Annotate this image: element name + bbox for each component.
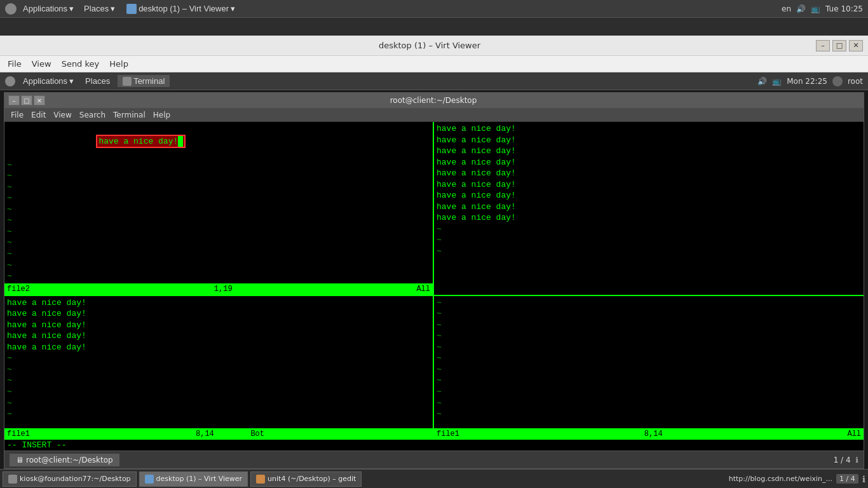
terminal-terminal-menu[interactable]: Terminal xyxy=(109,110,149,120)
terminal-help-menu[interactable]: Help xyxy=(149,110,174,120)
vim-tilde-line: ~ xyxy=(437,308,861,320)
vim-line: have a nice day! xyxy=(437,190,861,201)
host-bottom-url: http://blog.csdn.net/weixin_... xyxy=(729,475,832,483)
terminal-pager-label: 1 / 4 xyxy=(834,456,851,464)
guest-applications-menu[interactable]: Applications ▾ xyxy=(19,75,78,87)
vim-left-top-pane: have a nice day! ~ ~ ~ ~ ~ ~ ~ ~ ~ xyxy=(4,122,434,295)
vim-line: have a nice day! xyxy=(437,201,861,213)
terminal-minimize-btn[interactable]: – xyxy=(8,95,20,105)
guest-volume-icon[interactable]: 🔊 xyxy=(757,77,767,86)
host-taskbar-item1[interactable]: kiosk@foundation77:~/Desktop xyxy=(3,471,137,487)
vim-tilde-line: ~ xyxy=(437,297,861,309)
vim-tilde-line: ~ xyxy=(437,386,861,398)
vim-insert-mode-line: -- INSERT -- xyxy=(4,440,864,451)
vim-tilde-line: ~ xyxy=(7,170,430,182)
virt-sendkey-menu[interactable]: Send key xyxy=(57,58,105,70)
terminal-container: – □ ✕ root@client:~/Desktop File Edit Vi… xyxy=(4,92,864,469)
host-item1-icon xyxy=(8,475,17,484)
vim-left-bottom-pane: have a nice day! have a nice day! have a… xyxy=(4,296,434,440)
guest-network-icon[interactable]: 📺 xyxy=(772,77,782,86)
vim-tilde-line: ~ xyxy=(437,320,861,331)
host-active-window-label: desktop (1) – Virt Viewer xyxy=(139,4,229,13)
vim-line: have a nice day! xyxy=(437,168,861,179)
vim-tilde-line: ~ xyxy=(7,353,430,364)
vim-tilde-line: ~ xyxy=(7,260,430,271)
terminal-view-menu[interactable]: View xyxy=(50,110,75,120)
guest-apps-label: Applications xyxy=(23,76,67,86)
vim-right-top-pane: have a nice day! have a nice day! have a… xyxy=(434,122,864,295)
vim-file2-pos: 1,19 xyxy=(214,285,233,294)
virt-viewer-title: desktop (1) – Virt Viewer xyxy=(43,41,816,50)
guest-root-icon xyxy=(832,76,843,86)
virt-viewer-titlebar: desktop (1) – Virt Viewer – □ ✕ xyxy=(0,36,868,56)
host-applications-menu[interactable]: Applications ▾ xyxy=(19,3,78,15)
host-apps-label: Applications xyxy=(23,4,67,13)
vim-tilde-line: ~ xyxy=(7,182,430,193)
guest-taskbar-left: Applications ▾ Places Terminal xyxy=(5,75,170,87)
vim-line: have a nice day! xyxy=(7,330,430,342)
host-time: Tue 10:25 xyxy=(825,4,863,13)
vim-tilde-line: ~ xyxy=(437,364,861,376)
terminal-file-menu[interactable]: File xyxy=(7,110,27,120)
virt-close-btn[interactable]: ✕ xyxy=(849,40,863,51)
vim-tilde-line: ~ xyxy=(7,159,430,171)
host-taskbar-item3[interactable]: unit4 (~/Desktop) – gedit xyxy=(250,471,362,487)
virt-maximize-btn[interactable]: □ xyxy=(832,40,846,51)
terminal-pager: 1 / 4 ℹ xyxy=(834,456,858,464)
guest-terminal-icon xyxy=(123,77,132,86)
vim-file1-name: file1 xyxy=(7,430,30,438)
vim-tilde-line: ~ xyxy=(7,193,430,204)
guest-terminal-btn[interactable]: Terminal xyxy=(118,75,170,87)
host-network-icon[interactable]: 📺 xyxy=(811,4,820,13)
vim-left-bottom-content: have a nice day! have a nice day! have a… xyxy=(4,296,433,428)
host-taskbar-item2[interactable]: desktop (1) – Virt Viewer xyxy=(139,471,248,487)
terminal-search-menu[interactable]: Search xyxy=(76,110,109,120)
host-places-menu[interactable]: Places ▾ xyxy=(80,3,119,15)
vim-file2-name: file2 xyxy=(7,285,30,294)
vim-line: have a nice day! xyxy=(7,308,430,320)
host-bottom-taskbar: kiosk@foundation77:~/Desktop desktop (1)… xyxy=(0,469,868,488)
terminal-edit-menu[interactable]: Edit xyxy=(27,110,50,120)
guest-terminal-label: Terminal xyxy=(133,76,165,86)
vim-line: have a nice day! xyxy=(7,297,430,309)
vim-tilde-line: ~ xyxy=(7,386,430,398)
vim-tilde-line: ~ xyxy=(7,248,430,260)
guest-taskbar-right: 🔊 📺 Mon 22:25 root xyxy=(757,76,863,86)
vim-tilde-line: ~ xyxy=(7,271,430,282)
host-taskbar-right: en 🔊 📺 Tue 10:25 xyxy=(782,4,863,13)
virt-viewer-window: desktop (1) – Virt Viewer – □ ✕ File Vie… xyxy=(0,18,868,469)
vim-file1-pos-scroll: 8,14 Bot xyxy=(196,430,264,438)
vim-tilde-line: ~ xyxy=(7,398,430,409)
virt-file-menu[interactable]: File xyxy=(3,58,27,70)
terminal-maximize-btn[interactable]: □ xyxy=(21,95,32,105)
terminal-close-btn[interactable]: ✕ xyxy=(34,95,45,105)
terminal-tab[interactable]: 🖥 root@client:~/Desktop xyxy=(10,454,119,466)
guest-gnome-icon xyxy=(5,76,15,86)
vim-file1-statusbar-right: file1 8,14 All xyxy=(434,428,864,440)
vim-tilde-line: ~ xyxy=(7,375,430,386)
virt-help-menu[interactable]: Help xyxy=(104,58,133,70)
virt-viewer-controls: – □ ✕ xyxy=(816,40,863,51)
terminal-title: root@client:~/Desktop xyxy=(45,96,822,105)
virt-view-menu[interactable]: View xyxy=(27,58,57,70)
vim-tilde-line: ~ xyxy=(7,215,430,226)
vim-top-section: have a nice day! ~ ~ ~ ~ ~ ~ ~ ~ ~ xyxy=(4,122,864,295)
vim-area: have a nice day! ~ ~ ~ ~ ~ ~ ~ ~ ~ xyxy=(4,122,864,451)
vim-tilde-line: ~ xyxy=(7,226,430,238)
vim-file2-statusbar: file2 1,19 All xyxy=(4,283,433,295)
vim-line: have a nice day! xyxy=(7,320,430,331)
host-taskbar: Applications ▾ Places ▾ desktop (1) – Vi… xyxy=(0,0,868,18)
guest-time: Mon 22:25 xyxy=(787,77,827,86)
vim-line: have a nice day! xyxy=(437,157,861,168)
host-volume-icon[interactable]: 🔊 xyxy=(796,4,806,13)
vim-line: have a nice day! xyxy=(437,123,861,135)
virt-minimize-btn[interactable]: – xyxy=(816,40,830,51)
guest-places-menu[interactable]: Places xyxy=(81,75,114,87)
host-active-window-btn[interactable]: desktop (1) – Virt Viewer ▾ xyxy=(121,3,239,15)
vim-line: have a nice day! xyxy=(437,212,861,224)
vim-highlighted-text: have a nice day! xyxy=(96,135,186,149)
vim-right-bottom-pane: ~ ~ ~ ~ ~ ~ ~ ~ ~ ~ ~ xyxy=(434,296,864,440)
terminal-bottom-bar: 🖥 root@client:~/Desktop 1 / 4 ℹ xyxy=(4,451,864,468)
terminal-menubar: File Edit View Search Terminal Help xyxy=(4,108,864,122)
host-lang: en xyxy=(782,4,791,13)
